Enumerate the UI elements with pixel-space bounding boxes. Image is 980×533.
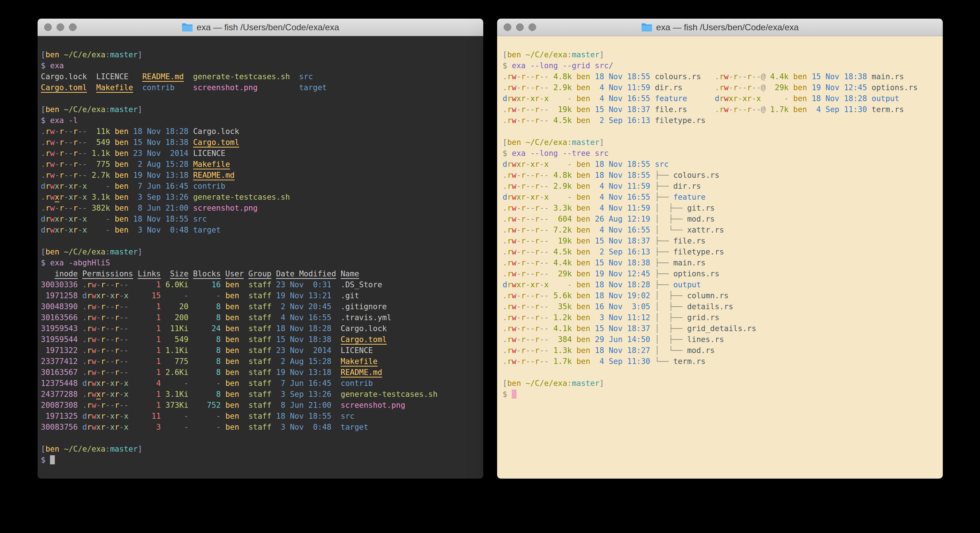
close-button[interactable] xyxy=(504,23,511,31)
terminal-screen[interactable]: [ben ~/C/e/exa:master]$ exa --long --gri… xyxy=(497,36,943,479)
terminal-line: drwxr-xr-x - ben 18 Nov 18:55 src xyxy=(41,214,480,225)
terminal-line: $ exa -l xyxy=(41,115,480,126)
terminal-line: drwxr-xr-x - ben 3 Nov 0:48 target xyxy=(41,225,480,235)
terminal-line: 1971322 .rw-r--r-- 1 1.1Ki 8 ben staff 2… xyxy=(41,345,480,356)
terminal-line xyxy=(503,367,940,378)
title-bar[interactable]: exa — fish /Users/ben/Code/exa/exa xyxy=(38,19,483,36)
terminal-line: .rw-r--r-- 19k ben 15 Nov 18:37 ├── file… xyxy=(503,235,940,246)
terminal-line: drwxr-xr-x - ben 18 Nov 18:28 ├── output xyxy=(503,279,940,290)
terminal-line: drwxr-xr-x - ben 4 Nov 16:55 feature drw… xyxy=(503,93,940,104)
terminal-line: .rw-r--r-- 29k ben 19 Nov 12:45 ├── opti… xyxy=(503,268,940,279)
terminal-line xyxy=(41,93,480,104)
terminal-line: .rw-r--r-- 2.7k ben 19 Nov 13:18 README.… xyxy=(41,170,480,181)
traffic-lights xyxy=(504,19,536,36)
terminal-line: .rw-r--r-- 11k ben 18 Nov 18:28 Cargo.lo… xyxy=(41,126,480,137)
terminal-line: [ben ~/C/e/exa:master] xyxy=(503,49,940,60)
terminal-line: 12375448 drwxr-xr-x 4 - - ben staff 7 Ju… xyxy=(41,378,480,389)
terminal-line: 30030336 .rw-r--r-- 1 6.0Ki 16 ben staff… xyxy=(41,279,480,290)
terminal-line: .rw-r--r-- 5.6k ben 18 Nov 19:02 │ ├── c… xyxy=(503,290,940,301)
terminal-line: [ben ~/C/e/exa:master] xyxy=(503,378,940,389)
terminal-line: [ben ~/C/e/exa:master] xyxy=(41,49,480,60)
terminal-line: 30163567 .rw-r--r-- 1 2.6Ki 8 ben staff … xyxy=(41,367,480,378)
terminal-line: [ben ~/C/e/exa:master] xyxy=(503,137,940,148)
terminal-line: 24377288 .rwxr-xr-x 1 3.1Ki 8 ben staff … xyxy=(41,389,480,400)
terminal-line: Cargo.lock LICENCE README.md generate-te… xyxy=(41,71,480,82)
terminal-line: .rw-r--r-- 1.7k ben 4 Sep 11:30 └── term… xyxy=(503,356,940,367)
terminal-line: .rw-r--r-- 2.9k ben 4 Nov 11:59 ├── dir.… xyxy=(503,181,940,191)
title-bar[interactable]: exa — fish /Users/ben/Code/exa/exa xyxy=(497,19,943,36)
terminal-line: drwxr-xr-x - ben 4 Nov 16:55 ├── feature xyxy=(503,191,940,203)
terminal-line: .rw-r--r-- 382k ben 8 Jun 21:00 screensh… xyxy=(41,203,480,214)
terminal-line: 1971325 drwxr-xr-x 11 - - ben staff 18 N… xyxy=(41,411,480,422)
terminal-line: drwxr-xr-x - ben 18 Nov 18:55 src xyxy=(503,159,940,170)
terminal-line: $ exa xyxy=(41,60,480,71)
terminal-line: 31959544 .rw-r--r-- 1 549 8 ben staff 15… xyxy=(41,334,480,345)
folder-icon[interactable] xyxy=(641,22,652,32)
terminal-line xyxy=(41,432,480,444)
zoom-button[interactable] xyxy=(69,23,76,31)
window-title: exa — fish /Users/ben/Code/exa/exa xyxy=(197,22,339,32)
folder-icon[interactable] xyxy=(181,22,193,32)
terminal-line: .rw-r--r-- 19k ben 15 Nov 18:37 file.rs … xyxy=(503,104,940,115)
terminal-line: .rw-r--r-- 604 ben 26 Aug 12:19 │ ├── mo… xyxy=(503,214,940,225)
terminal-line: $ █ xyxy=(41,455,480,466)
traffic-lights xyxy=(44,19,76,36)
terminal-line: .rw-r--r-- 1.3k ben 18 Nov 18:27 │ └── m… xyxy=(503,345,940,356)
terminal-line: .rw-r--r-- 4.4k ben 15 Nov 18:38 ├── mai… xyxy=(503,257,940,268)
terminal-line: 30083756 drwxr-xr-x 3 - - ben staff 3 No… xyxy=(41,422,480,432)
desktop: { "page": {"background": "#000000"}, "ti… xyxy=(0,0,980,533)
terminal-line: 23377412 .rw-r--r-- 1 775 8 ben staff 2 … xyxy=(41,356,480,367)
terminal-window-light: exa — fish /Users/ben/Code/exa/exa [ben … xyxy=(497,19,943,479)
terminal-line: [ben ~/C/e/exa:master] xyxy=(41,246,480,257)
terminal-line: $ exa --long --grid src/ xyxy=(503,60,940,71)
terminal-line: .rw-r--r-- 1.1k ben 23 Nov 2014 LICENCE xyxy=(41,148,480,159)
minimize-button[interactable] xyxy=(57,23,64,31)
terminal-line: [ben ~/C/e/exa:master] xyxy=(41,444,480,455)
terminal-line: .rw-r--r-- 4.5k ben 2 Sep 16:13 filetype… xyxy=(503,115,940,126)
terminal-line xyxy=(503,126,940,137)
terminal-line: .rw-r--r-- 2.9k ben 4 Nov 11:59 dir.rs .… xyxy=(503,82,940,93)
terminal-line: .rw-r--r-- 384 ben 29 Jun 14:50 │ ├── li… xyxy=(503,334,940,345)
terminal-line: 20087308 .rw-r--r-- 1 373Ki 752 ben staf… xyxy=(41,400,480,411)
terminal-line: $ exa -abghHliS xyxy=(41,257,480,268)
terminal-window-dark: exa — fish /Users/ben/Code/exa/exa [ben … xyxy=(38,19,483,479)
terminal-line: .rwxr-xr-x 3.1k ben 3 Sep 13:26 generate… xyxy=(41,191,480,203)
terminal-line: inode Permissions Links Size Blocks User… xyxy=(41,268,480,279)
terminal-line: .rw-r--r-- 775 ben 2 Aug 15:28 Makefile xyxy=(41,159,480,170)
close-button[interactable] xyxy=(44,23,52,31)
terminal-line: drwxr-xr-x - ben 7 Jun 16:45 contrib xyxy=(41,181,480,191)
terminal-line: 30163566 .rw-r--r-- 1 200 8 ben staff 4 … xyxy=(41,312,480,323)
terminal-line: [ben ~/C/e/exa:master] xyxy=(41,104,480,115)
terminal-line: $ █ xyxy=(503,389,940,400)
terminal-line: 1971258 drwxr-xr-x 15 - - ben staff 19 N… xyxy=(41,290,480,301)
zoom-button[interactable] xyxy=(528,23,536,31)
terminal-screen[interactable]: [ben ~/C/e/exa:master]$ exaCargo.lock LI… xyxy=(38,36,483,479)
terminal-line: .rw-r--r-- 4.1k ben 15 Nov 18:37 │ ├── g… xyxy=(503,323,940,334)
terminal-line: .rw-r--r-- 1.2k ben 3 Nov 11:12 │ ├── gr… xyxy=(503,312,940,323)
terminal-line: .rw-r--r-- 7.2k ben 4 Nov 16:55 │ └── xa… xyxy=(503,225,940,235)
terminal-line: .rw-r--r-- 3.3k ben 4 Nov 11:59 │ ├── gi… xyxy=(503,203,940,214)
terminal-line: .rw-r--r-- 4.5k ben 2 Sep 16:13 ├── file… xyxy=(503,246,940,257)
terminal-line xyxy=(41,235,480,246)
terminal-line: .rw-r--r-- 35k ben 16 Nov 3:05 │ ├── det… xyxy=(503,301,940,312)
terminal-line: .rw-r--r-- 4.8k ben 18 Nov 18:55 ├── col… xyxy=(503,170,940,181)
terminal-line: 30048390 .rw-r--r-- 1 20 8 ben staff 2 N… xyxy=(41,301,480,312)
terminal-line: 31959543 .rw-r--r-- 1 11Ki 24 ben staff … xyxy=(41,323,480,334)
terminal-line: Cargo.toml Makefile contrib screenshot.p… xyxy=(41,82,480,93)
terminal-line: $ exa --long --tree src xyxy=(503,148,940,159)
minimize-button[interactable] xyxy=(516,23,524,31)
window-title: exa — fish /Users/ben/Code/exa/exa xyxy=(656,22,799,32)
terminal-line: .rw-r--r-- 549 ben 15 Nov 18:38 Cargo.to… xyxy=(41,137,480,148)
terminal-line: .rw-r--r-- 4.8k ben 18 Nov 18:55 colours… xyxy=(503,71,940,82)
